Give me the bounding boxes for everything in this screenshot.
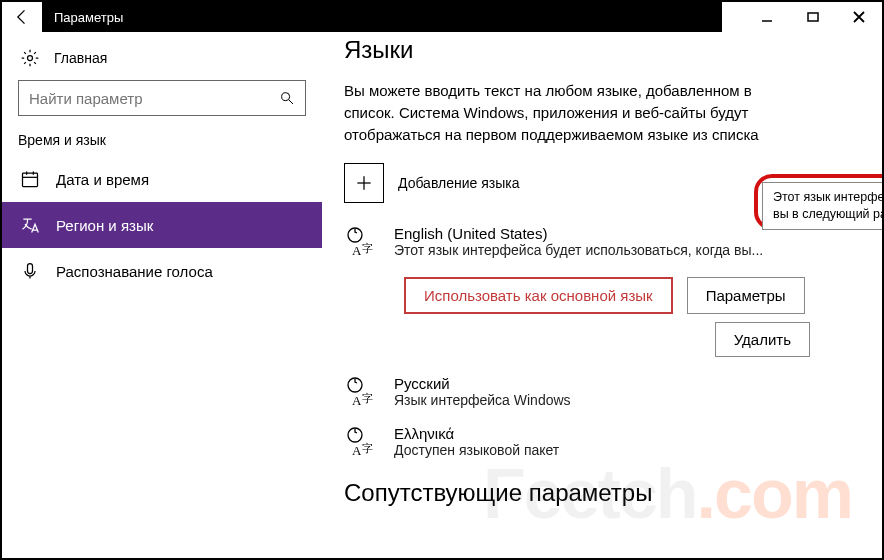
svg-point-2 [28, 56, 33, 61]
settings-window: Параметры Главная [0, 0, 884, 560]
svg-text:A: A [352, 393, 362, 408]
calendar-clock-icon [20, 169, 40, 189]
svg-text:字: 字 [362, 442, 373, 454]
svg-rect-5 [23, 173, 38, 186]
back-button[interactable] [2, 2, 42, 32]
titlebar: Параметры [2, 2, 882, 32]
set-default-button[interactable]: Использовать как основной язык [404, 277, 673, 314]
maximize-button[interactable] [790, 2, 836, 32]
language-sub: Язык интерфейса Windows [394, 392, 860, 408]
sidebar-section: Время и язык [2, 130, 322, 156]
language-sub: Доступен языковой пакет [394, 442, 860, 458]
sidebar: Главная Время и язык Дата и время Регион… [2, 32, 322, 558]
language-name: Русский [394, 375, 860, 392]
content-pane: Языки Вы можете вводить текст на любом я… [322, 32, 882, 558]
related-settings-title: Сопутствующие параметры [344, 479, 860, 507]
svg-text:A: A [352, 243, 362, 258]
tooltip: Этот язык интерфейса будет использоватьс… [762, 182, 882, 230]
minimize-button[interactable] [744, 2, 790, 32]
language-item-greek[interactable]: A字 Ελληνικά Доступен языковой пакет [344, 425, 860, 461]
window-title: Параметры [42, 2, 722, 32]
language-sub: Этот язык интерфейса будет использоватьс… [394, 242, 860, 258]
svg-text:字: 字 [362, 242, 373, 254]
page-description: Вы можете вводить текст на любом языке, … [344, 80, 774, 145]
language-pack-icon: A字 [344, 225, 378, 259]
svg-text:字: 字 [362, 392, 373, 404]
language-options-button[interactable]: Параметры [687, 277, 805, 314]
sidebar-item-label: Распознавание голоса [56, 263, 213, 280]
add-language-button[interactable] [344, 163, 384, 203]
close-button[interactable] [836, 2, 882, 32]
minimize-icon [761, 11, 773, 23]
language-icon [20, 215, 40, 235]
search-box[interactable] [18, 80, 306, 116]
sidebar-home[interactable]: Главная [2, 42, 322, 74]
svg-rect-1 [808, 13, 818, 21]
gear-icon [20, 48, 40, 68]
svg-rect-9 [28, 264, 33, 274]
sidebar-item-region-language[interactable]: Регион и язык [2, 202, 322, 248]
language-name: Ελληνικά [394, 425, 860, 442]
svg-line-4 [289, 100, 293, 104]
microphone-icon [20, 261, 40, 281]
sidebar-item-date-time[interactable]: Дата и время [2, 156, 322, 202]
plus-icon [354, 173, 374, 193]
svg-point-3 [282, 93, 290, 101]
search-input[interactable] [29, 90, 279, 107]
language-pack-icon: A字 [344, 375, 378, 409]
sidebar-item-label: Регион и язык [56, 217, 153, 234]
language-item-russian[interactable]: A字 Русский Язык интерфейса Windows [344, 375, 860, 411]
sidebar-home-label: Главная [54, 50, 107, 66]
sidebar-item-label: Дата и время [56, 171, 149, 188]
add-language-label: Добавление языка [398, 175, 520, 191]
search-icon [279, 90, 295, 106]
remove-language-button[interactable]: Удалить [715, 322, 810, 357]
language-pack-icon: A字 [344, 425, 378, 459]
close-icon [853, 11, 865, 23]
language-item-english[interactable]: A字 English (United States) Этот язык инт… [344, 225, 860, 261]
maximize-icon [807, 11, 819, 23]
svg-text:A: A [352, 443, 362, 458]
page-title: Языки [344, 36, 860, 64]
arrow-left-icon [12, 7, 32, 27]
sidebar-item-speech[interactable]: Распознавание голоса [2, 248, 322, 294]
